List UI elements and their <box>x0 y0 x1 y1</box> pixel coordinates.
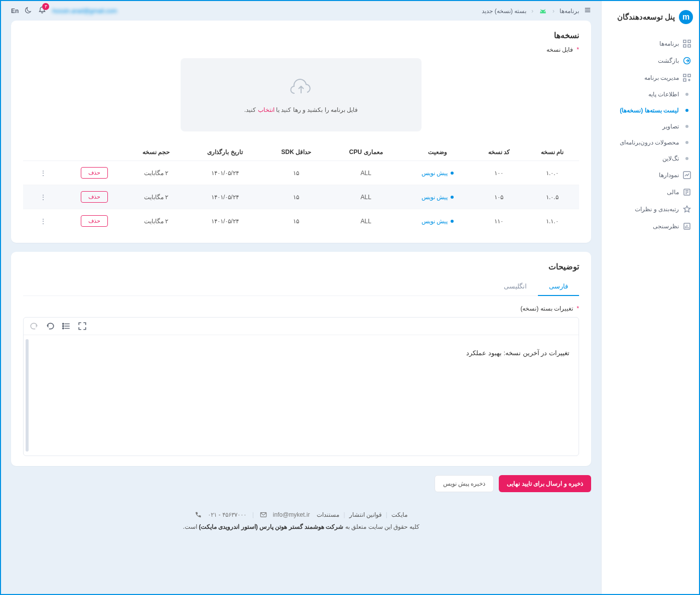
th-sdk: حداقل SDK <box>263 143 330 161</box>
user-email[interactable]: hossin.arad@gmail.com <box>52 8 117 15</box>
versions-table: نام نسخه کد نسخه وضعیت معماری CPU حداقل … <box>23 143 579 233</box>
delete-button[interactable]: حذف <box>81 215 108 227</box>
lang-tabs: فارسی انگلیسی <box>23 277 579 296</box>
star-icon <box>683 205 691 213</box>
delete-button[interactable]: حذف <box>81 191 108 203</box>
fullscreen-icon[interactable] <box>78 322 87 331</box>
tab-english[interactable]: انگلیسی <box>493 277 538 295</box>
menu-icon[interactable] <box>584 7 591 15</box>
cell-code: ۱۰۰ <box>473 161 525 185</box>
cell-name: ۱.۱.۰ <box>525 209 579 233</box>
kebab-menu-icon[interactable]: ⋮ <box>36 169 51 177</box>
bullet-icon <box>685 125 688 128</box>
nav-item-apps[interactable]: برنامه‌ها <box>608 35 693 52</box>
nav-item-manage[interactable]: مدیریت برنامه <box>608 69 693 86</box>
required-marker: * <box>577 46 579 53</box>
description-card: توضیحات فارسی انگلیسی * تغییرات بسته (نس… <box>11 252 591 466</box>
versions-title: نسخه‌ها <box>23 31 579 40</box>
file-dropzone[interactable]: فایل برنامه را بکشید و رها کنید یا انتخا… <box>181 58 422 131</box>
editor: تغییرات در آخرین نسخه: بهبود عملکرد <box>23 317 579 456</box>
redo-icon[interactable] <box>30 322 39 331</box>
svg-rect-3 <box>688 45 690 47</box>
nav-label: بازگشت <box>658 57 679 64</box>
nav-item-rating[interactable]: رتبه‌بندی و نظرات <box>608 201 693 218</box>
nav-item-finance[interactable]: مالی <box>608 184 693 201</box>
bullet-icon <box>685 93 688 96</box>
chart-icon <box>683 171 691 179</box>
android-icon <box>538 7 547 16</box>
footer-links: مایکت | قوانین انتشار | مستندات <box>317 511 407 518</box>
nav-label: برنامه‌ها <box>659 40 679 47</box>
nav-label: مالی <box>667 189 679 196</box>
nav-item-basic[interactable]: اطلاعات پایه <box>608 86 693 102</box>
svg-rect-1 <box>688 40 690 43</box>
brand: m پنل توسعه‌دهندگان <box>608 10 693 24</box>
bullet-icon <box>685 141 688 144</box>
lang-switch[interactable]: En <box>11 8 19 15</box>
action-bar: ذخیره و ارسال برای تایید نهایی ذخیره پیش… <box>11 475 591 492</box>
status-dot-icon <box>451 172 454 175</box>
dropzone-text: فایل برنامه را بکشید و رها کنید یا انتخا… <box>191 106 411 113</box>
nav-item-survey[interactable]: نظرسنجی <box>608 218 693 235</box>
nav-item-back[interactable]: بازگشت <box>608 52 693 69</box>
nav-item-tagline[interactable]: تگ‌لاین <box>608 151 693 167</box>
back-arrow-icon <box>683 57 691 65</box>
cell-code: ۱۱۰ <box>473 209 525 233</box>
th-action <box>64 143 125 161</box>
nav-item-packages[interactable]: لیست بسته‌ها (نسخه‌ها) <box>608 102 693 118</box>
cell-cpu: ALL <box>330 185 402 209</box>
brand-logo-icon: m <box>679 10 693 24</box>
footer-link-myket[interactable]: مایکت <box>391 511 407 518</box>
footer-link-docs[interactable]: مستندات <box>317 511 339 518</box>
chevron-left-icon: ‹ <box>531 8 533 15</box>
editor-content: تغییرات در آخرین نسخه: بهبود عملکرد <box>33 349 570 357</box>
cell-sdk: ۱۵ <box>263 185 330 209</box>
scrollbar[interactable] <box>26 339 29 452</box>
cell-name: ۱.۰.۰ <box>525 161 579 185</box>
status-dot-icon <box>451 196 454 199</box>
nav-item-charts[interactable]: نمودارها <box>608 167 693 184</box>
status-dot-icon <box>451 220 454 223</box>
cell-date: ۱۴۰۱/۰۵/۲۴ <box>187 209 263 233</box>
dropzone-browse-link[interactable]: انتخاب <box>258 106 274 113</box>
notification-bell[interactable]: ۳ <box>38 6 46 16</box>
nav-label: رتبه‌بندی و نظرات <box>635 206 679 213</box>
table-row: ۱.۱.۰۱۱۰پیش نویسALL۱۵۱۴۰۱/۰۵/۲۴۲ مگابایت… <box>23 209 579 233</box>
description-title: توضیحات <box>23 262 579 271</box>
cell-date: ۱۴۰۱/۰۵/۲۴ <box>187 161 263 185</box>
editor-body[interactable]: تغییرات در آخرین نسخه: بهبود عملکرد <box>24 335 579 456</box>
editor-toolbar <box>24 318 579 335</box>
cell-size: ۲ مگابایت <box>125 161 187 185</box>
nav-item-iap[interactable]: محصولات درون‌برنامه‌ای <box>608 134 693 151</box>
cloud-upload-icon <box>289 76 313 100</box>
submit-button[interactable]: ذخیره و ارسال برای تایید نهایی <box>499 475 591 492</box>
footer-link-rules[interactable]: قوانین انتشار <box>349 511 382 518</box>
svg-point-12 <box>544 11 545 12</box>
delete-button[interactable]: حذف <box>81 167 108 179</box>
breadcrumb-root[interactable]: برنامه‌ها <box>559 8 579 15</box>
finance-icon <box>683 188 691 196</box>
cell-status: پیش نویس <box>402 185 473 209</box>
th-code: کد نسخه <box>473 143 525 161</box>
th-menu <box>23 143 64 161</box>
required-marker: * <box>577 305 579 312</box>
tab-farsi[interactable]: فارسی <box>538 277 579 296</box>
cell-cpu: ALL <box>330 161 402 185</box>
list-icon[interactable] <box>62 322 71 331</box>
undo-icon[interactable] <box>46 322 55 331</box>
mail-icon <box>260 511 267 518</box>
svg-point-14 <box>63 326 64 327</box>
kebab-menu-icon[interactable]: ⋮ <box>36 193 51 201</box>
nav-label: محصولات درون‌برنامه‌ای <box>620 139 679 146</box>
th-cpu: معماری CPU <box>330 143 402 161</box>
footer-copyright: کلیه حقوق این سایت متعلق به شرکت هوشمند … <box>183 523 419 530</box>
theme-toggle[interactable] <box>25 7 32 16</box>
sidebar: m پنل توسعه‌دهندگان برنامه‌ها بازگشت مدی… <box>601 1 699 594</box>
kebab-menu-icon[interactable]: ⋮ <box>36 217 51 225</box>
nav-item-images[interactable]: تصاویر <box>608 118 693 134</box>
save-draft-button[interactable]: ذخیره پیش نویس <box>435 475 494 492</box>
footer-email: info@myket.ir <box>273 511 310 518</box>
chevron-left-icon: ‹ <box>552 8 554 15</box>
svg-point-13 <box>63 323 64 324</box>
file-label: * فایل نسخه <box>23 46 579 53</box>
